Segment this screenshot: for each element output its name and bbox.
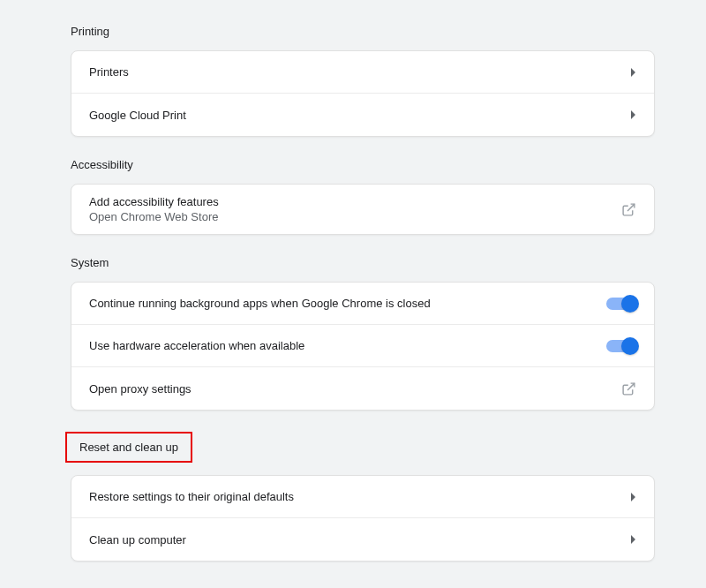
row-text: Clean up computer bbox=[89, 523, 186, 557]
reset-highlight: Reset and clean up bbox=[65, 432, 192, 463]
background-apps-label: Continue running background apps when Go… bbox=[89, 297, 431, 310]
background-apps-toggle[interactable] bbox=[606, 298, 636, 310]
hardware-accel-row[interactable]: Use hardware acceleration when available bbox=[71, 325, 654, 367]
printing-title: Printing bbox=[71, 25, 655, 38]
row-text: Restore settings to their original defau… bbox=[89, 479, 294, 514]
accessibility-card: Add accessibility features Open Chrome W… bbox=[71, 184, 655, 235]
accessibility-title: Accessibility bbox=[71, 158, 655, 171]
accessibility-label: Add accessibility features bbox=[89, 195, 219, 208]
proxy-settings-row[interactable]: Open proxy settings bbox=[71, 367, 654, 410]
external-link-icon bbox=[621, 381, 636, 396]
printers-row[interactable]: Printers bbox=[71, 51, 654, 94]
chevron-right-icon bbox=[631, 535, 636, 544]
row-text: Open proxy settings bbox=[89, 372, 192, 406]
clean-up-row[interactable]: Clean up computer bbox=[71, 518, 654, 561]
row-text: Printers bbox=[89, 55, 129, 89]
chevron-right-icon bbox=[631, 110, 636, 119]
row-text: Google Cloud Print bbox=[89, 98, 186, 132]
chevron-right-icon bbox=[631, 68, 636, 77]
restore-defaults-row[interactable]: Restore settings to their original defau… bbox=[71, 476, 654, 518]
cloud-print-row[interactable]: Google Cloud Print bbox=[71, 94, 654, 136]
printing-section: Printing Printers Google Cloud Print bbox=[71, 25, 655, 137]
printing-card: Printers Google Cloud Print bbox=[71, 50, 655, 137]
row-text: Add accessibility features Open Chrome W… bbox=[89, 185, 219, 234]
restore-defaults-label: Restore settings to their original defau… bbox=[89, 490, 294, 503]
background-apps-row[interactable]: Continue running background apps when Go… bbox=[71, 283, 654, 325]
system-card: Continue running background apps when Go… bbox=[71, 282, 655, 411]
reset-title: Reset and clean up bbox=[79, 441, 178, 454]
svg-line-0 bbox=[627, 204, 635, 211]
reset-section: Reset and clean up Restore settings to t… bbox=[71, 432, 655, 562]
external-link-icon bbox=[621, 202, 636, 217]
reset-card: Restore settings to their original defau… bbox=[71, 475, 655, 562]
clean-up-label: Clean up computer bbox=[89, 533, 186, 547]
cloud-print-label: Google Cloud Print bbox=[89, 109, 186, 122]
row-text: Use hardware acceleration when available bbox=[89, 328, 304, 363]
hardware-accel-toggle[interactable] bbox=[606, 340, 636, 352]
hardware-accel-label: Use hardware acceleration when available bbox=[89, 339, 304, 352]
accessibility-sublabel: Open Chrome Web Store bbox=[89, 210, 219, 223]
system-title: System bbox=[71, 256, 655, 269]
chevron-right-icon bbox=[631, 493, 636, 501]
proxy-settings-label: Open proxy settings bbox=[89, 382, 192, 396]
accessibility-features-row[interactable]: Add accessibility features Open Chrome W… bbox=[71, 185, 654, 234]
svg-line-1 bbox=[627, 383, 635, 390]
printers-label: Printers bbox=[89, 65, 129, 79]
system-section: System Continue running background apps … bbox=[71, 256, 655, 411]
row-text: Continue running background apps when Go… bbox=[89, 286, 431, 320]
accessibility-section: Accessibility Add accessibility features… bbox=[71, 158, 655, 235]
